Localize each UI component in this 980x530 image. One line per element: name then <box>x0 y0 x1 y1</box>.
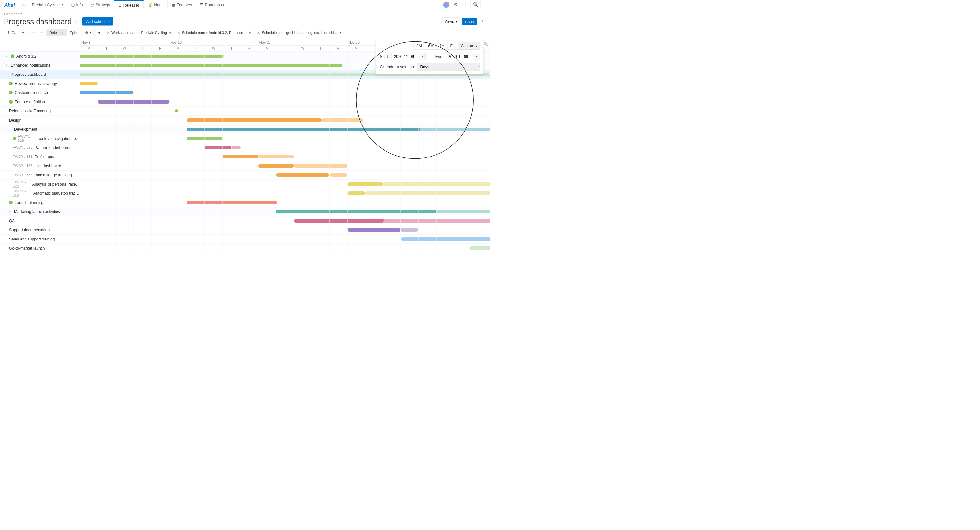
row-label[interactable]: FWCYL-323Partner leaderboards <box>0 143 80 152</box>
row-label[interactable]: FWCYL-358Bike mileage tracking <box>0 170 80 180</box>
home-icon[interactable]: ⌂ <box>19 0 28 10</box>
gantt-bar[interactable] <box>186 201 277 204</box>
gantt-bar[interactable] <box>80 91 133 94</box>
row-label[interactable]: Release kickoff meeting <box>0 107 80 116</box>
row-label[interactable]: Design <box>0 116 80 125</box>
filter-workspace[interactable]: ✕ Workspace name: Fredwin Cycling ▲▼ <box>105 29 174 36</box>
chevron-icon[interactable]: › <box>9 210 12 213</box>
add-schedule-button[interactable]: Add schedule <box>82 18 113 26</box>
row-label[interactable]: ✓Review product strategy <box>0 79 80 88</box>
nav-strategy[interactable]: ◎ Strategy <box>87 0 115 10</box>
nav-features[interactable]: ▦ Features <box>167 0 196 10</box>
close-icon[interactable]: ✕ <box>177 31 180 35</box>
gantt-bar[interactable] <box>329 173 347 177</box>
gantt-bar[interactable] <box>383 219 490 223</box>
row-label[interactable]: QA <box>0 216 80 226</box>
row-label[interactable]: FWCYL-315Profile updates <box>0 152 80 161</box>
scope-releases-button[interactable]: Releases <box>47 29 67 36</box>
settings-icon[interactable]: ⚙▾ <box>83 29 94 36</box>
help-icon[interactable]: ? <box>461 0 470 10</box>
save-changes-button[interactable]: anges <box>461 18 477 25</box>
gantt-bar[interactable] <box>186 137 222 140</box>
gantt-bar[interactable] <box>276 210 436 213</box>
nav-ideas[interactable]: 💡 Ideas <box>144 0 167 10</box>
gantt-bar[interactable] <box>276 173 329 177</box>
row-label[interactable]: Go-to-market launch <box>0 244 80 253</box>
resolution-select[interactable]: Days <box>417 63 480 71</box>
redo-icon[interactable]: ↷ <box>38 29 45 36</box>
add-icon[interactable]: ＋ <box>480 0 490 10</box>
row-label[interactable]: Support documentation <box>0 226 80 235</box>
row-label[interactable]: ⌄Development <box>0 125 80 134</box>
row-label[interactable]: ✓Feature definition <box>0 97 80 107</box>
sort-icon[interactable]: ▲▼ <box>169 31 172 34</box>
star-icon[interactable]: ☆ <box>74 18 80 25</box>
view-gantt-button[interactable]: 🗓Gantt▾ <box>4 29 27 36</box>
zoom-custom[interactable]: Custom ▾ <box>458 42 480 50</box>
share-icon[interactable]: ⤴ <box>479 18 486 25</box>
gantt-bar[interactable] <box>401 228 418 232</box>
zoom-6m[interactable]: 6M <box>425 42 436 50</box>
milestone-marker[interactable] <box>175 110 178 112</box>
gantt-bar[interactable] <box>186 118 322 122</box>
gantt-bar[interactable] <box>436 210 490 213</box>
gantt-bar[interactable] <box>258 164 294 168</box>
gantt-bar[interactable] <box>80 54 223 57</box>
gantt-bar[interactable] <box>401 237 490 241</box>
calendar-icon[interactable]: 🗓 <box>474 53 480 60</box>
gear-icon[interactable]: ⚙ <box>451 0 461 10</box>
filter-schedule[interactable]: ✕ Schedule name: Android 3.2, Enhance… ▲… <box>175 29 253 36</box>
undo-icon[interactable]: ↶ <box>31 29 38 36</box>
row-label[interactable]: FWCYL-322Analysis of personal race goals <box>0 180 80 189</box>
gantt-bar[interactable] <box>365 191 490 195</box>
row-label[interactable]: ✓Launch planning <box>0 198 80 207</box>
scope-epics-button[interactable]: Epics <box>67 29 81 36</box>
gantt-bar[interactable] <box>80 82 98 85</box>
views-button[interactable]: Views▾ <box>441 18 460 25</box>
row-label[interactable]: ›Enhanced notifications <box>0 61 80 70</box>
gantt-bar[interactable] <box>347 228 401 232</box>
gantt-bar[interactable] <box>186 128 420 131</box>
close-icon[interactable]: ✕ <box>257 31 260 35</box>
zoom-1y[interactable]: 1Y <box>436 42 447 50</box>
avatar[interactable] <box>441 0 451 10</box>
nav-roadmaps[interactable]: ☰ Roadmaps <box>196 0 228 10</box>
row-label[interactable]: ✓Customer research <box>0 88 80 97</box>
nav-info[interactable]: ⓘ Info <box>67 0 87 10</box>
logo[interactable]: Aha! <box>0 0 19 10</box>
row-label[interactable]: ›Marketing launch activities <box>0 207 80 216</box>
search-icon[interactable]: 🔍 <box>470 0 480 10</box>
gantt-bar[interactable] <box>231 146 241 149</box>
nav-releases[interactable]: 🗓 Releases <box>115 0 144 10</box>
gantt-bar[interactable] <box>223 155 258 159</box>
gantt-bar[interactable] <box>294 219 384 223</box>
row-label[interactable]: ✓FWCYL-318Top-level navigation redesi… <box>0 134 80 143</box>
close-icon[interactable]: ✕ <box>107 31 110 35</box>
chevron-icon[interactable]: ⌄ <box>9 127 12 131</box>
chevron-icon[interactable]: ⌄ <box>6 73 9 76</box>
workspace-selector[interactable]: Fredwin Cycling ▾ <box>28 0 67 10</box>
gantt-bar[interactable] <box>258 155 294 159</box>
row-label[interactable]: ›✓Android 3.2 <box>0 52 80 61</box>
filter-icon[interactable]: ▼ <box>95 29 103 36</box>
gantt-bar[interactable] <box>205 146 232 149</box>
sort-icon[interactable]: ▲▼ <box>248 31 251 34</box>
calendar-icon[interactable]: 🗓 <box>420 53 426 60</box>
end-date-input[interactable] <box>446 53 474 60</box>
row-label[interactable]: FWCYL-135Live dashboard <box>0 161 80 170</box>
gantt-bar[interactable] <box>322 118 363 122</box>
zoom-3m[interactable]: 3M <box>414 42 425 50</box>
row-label[interactable]: FWCYL-316Automatic start/stop tracking <box>0 189 80 198</box>
gantt-bar[interactable] <box>420 128 490 131</box>
chevron-icon[interactable]: › <box>6 54 9 58</box>
start-date-input[interactable] <box>391 53 420 60</box>
gantt-bar[interactable] <box>294 164 347 168</box>
search-icon[interactable]: 🔍 <box>482 41 489 48</box>
chevron-icon[interactable]: › <box>6 64 9 67</box>
gantt-bar[interactable] <box>98 100 170 103</box>
gantt-bar[interactable] <box>80 64 342 67</box>
gantt-bar[interactable] <box>469 247 490 250</box>
zoom-fit[interactable]: Fit <box>447 42 458 50</box>
gantt-bar[interactable] <box>383 182 490 186</box>
gantt-bar[interactable] <box>347 191 365 195</box>
